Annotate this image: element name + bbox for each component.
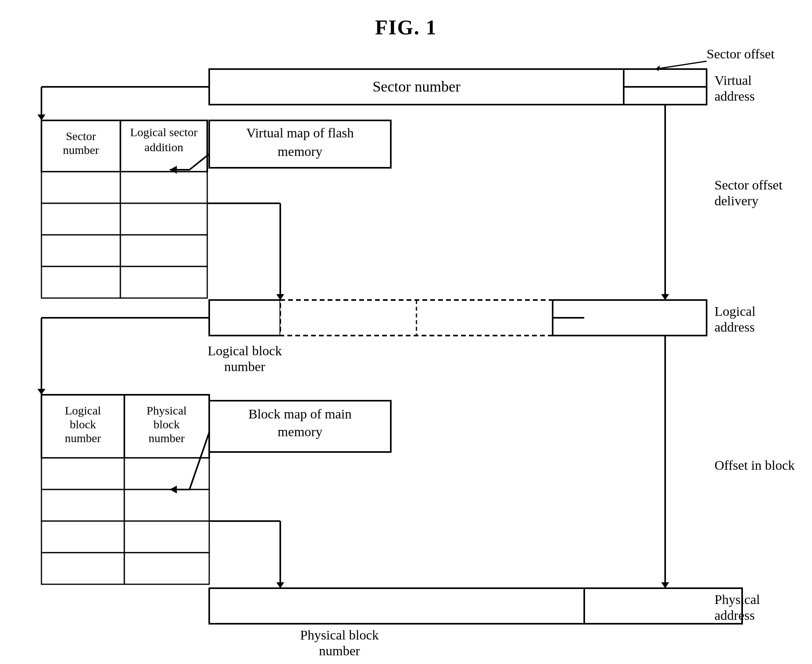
svg-rect-70 xyxy=(209,588,584,624)
svg-text:number: number xyxy=(65,431,101,445)
svg-text:number: number xyxy=(148,431,185,445)
svg-text:number: number xyxy=(63,143,99,156)
svg-rect-12 xyxy=(41,203,120,235)
svg-marker-66 xyxy=(276,582,284,588)
svg-rect-14 xyxy=(41,235,120,266)
svg-rect-51 xyxy=(41,490,124,521)
sector-number-label: Sector number xyxy=(373,78,461,95)
svg-rect-50 xyxy=(124,458,209,490)
svg-rect-49 xyxy=(41,458,124,490)
svg-text:Physical: Physical xyxy=(146,404,187,417)
svg-text:address: address xyxy=(714,608,755,623)
svg-rect-10 xyxy=(41,172,120,203)
svg-text:Logical sector: Logical sector xyxy=(130,126,198,139)
svg-marker-68 xyxy=(661,582,669,588)
svg-rect-55 xyxy=(41,553,124,584)
svg-rect-13 xyxy=(120,203,207,235)
svg-text:delivery: delivery xyxy=(714,193,758,208)
svg-text:block: block xyxy=(154,418,180,431)
svg-rect-15 xyxy=(120,235,207,266)
svg-text:addition: addition xyxy=(144,141,183,154)
svg-text:Logical block: Logical block xyxy=(208,343,282,358)
svg-rect-53 xyxy=(41,521,124,553)
svg-rect-16 xyxy=(41,266,120,298)
svg-text:memory: memory xyxy=(278,144,322,159)
svg-marker-36 xyxy=(661,294,669,300)
svg-text:Physical block: Physical block xyxy=(300,628,379,642)
svg-text:block: block xyxy=(70,418,96,431)
svg-text:Sector: Sector xyxy=(66,129,96,143)
svg-text:address: address xyxy=(714,320,755,334)
svg-marker-63 xyxy=(38,389,45,395)
svg-rect-11 xyxy=(120,172,207,203)
svg-rect-28 xyxy=(209,300,280,336)
svg-text:Physical: Physical xyxy=(714,592,760,607)
svg-rect-52 xyxy=(124,490,209,521)
svg-text:number: number xyxy=(224,359,266,374)
svg-text:number: number xyxy=(319,643,360,658)
diagram: Sector number Sector offset Virtual addr… xyxy=(0,0,812,664)
virtual-address-label2: address xyxy=(714,89,755,103)
svg-text:Virtual map of flash: Virtual map of flash xyxy=(246,126,354,140)
svg-line-2 xyxy=(655,61,707,69)
svg-rect-54 xyxy=(124,521,209,553)
virtual-address-label: Virtual xyxy=(714,73,752,88)
sector-offset-label: Sector offset xyxy=(707,47,775,61)
svg-text:memory: memory xyxy=(278,424,322,439)
svg-text:Offset in block: Offset in block xyxy=(714,458,795,473)
svg-text:Block map of main: Block map of main xyxy=(248,407,352,421)
svg-text:Logical: Logical xyxy=(65,404,101,417)
svg-marker-24 xyxy=(38,114,45,120)
svg-marker-27 xyxy=(276,294,284,300)
svg-text:Sector offset: Sector offset xyxy=(714,178,783,192)
svg-rect-56 xyxy=(124,553,209,584)
svg-text:Logical: Logical xyxy=(714,304,756,319)
svg-rect-17 xyxy=(120,266,207,298)
